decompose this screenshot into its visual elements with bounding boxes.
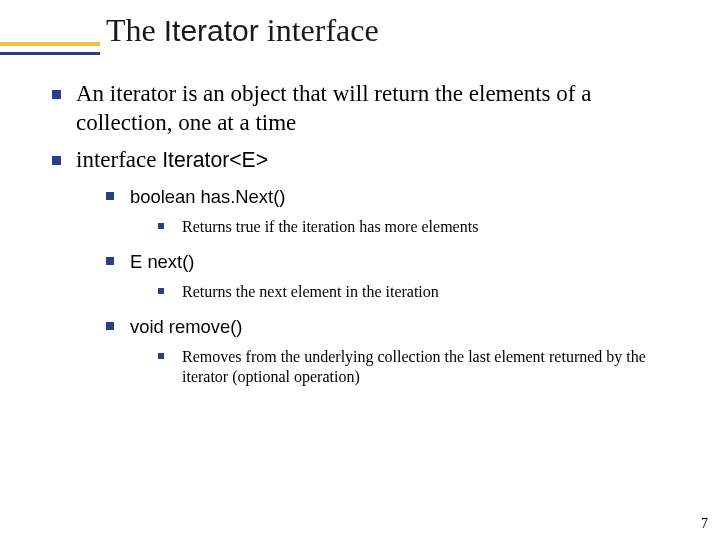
title-part2: interface xyxy=(259,12,379,48)
title-accent-bars xyxy=(0,42,100,55)
slide-title: The Iterator interface xyxy=(106,12,379,49)
method-hasnext-desc-text: Returns true if the iteration has more e… xyxy=(182,218,478,235)
method-hasnext-sig: boolean has.Next() xyxy=(130,186,285,207)
slide: The Iterator interface An iterator is an… xyxy=(0,0,720,540)
method-remove-desc: Removes from the underlying collection t… xyxy=(158,347,690,387)
method-next-desc-text: Returns the next element in the iteratio… xyxy=(182,283,439,300)
method-hasnext-desc: Returns true if the iteration has more e… xyxy=(158,217,690,237)
method-remove-sig: void remove() xyxy=(130,316,242,337)
method-hasnext: boolean has.Next() Returns true if the i… xyxy=(106,184,690,237)
method-next: E next() Returns the next element in the… xyxy=(106,249,690,302)
bullet-intro-text: An iterator is an object that will retur… xyxy=(76,81,591,135)
method-next-sig: E next() xyxy=(130,251,194,272)
method-remove-desc-text: Removes from the underlying collection t… xyxy=(182,348,646,385)
page-number: 7 xyxy=(701,516,708,532)
bullet-interface-pre: interface xyxy=(76,147,162,172)
title-part1: The xyxy=(106,12,164,48)
title-code: Iterator xyxy=(164,14,259,47)
bullet-interface: interface Iterator<E> boolean has.Next()… xyxy=(52,146,690,388)
accent-bar-blue xyxy=(0,52,100,55)
method-next-desc: Returns the next element in the iteratio… xyxy=(158,282,690,302)
method-remove: void remove() Removes from the underlyin… xyxy=(106,314,690,387)
slide-body: An iterator is an object that will retur… xyxy=(52,80,690,399)
bullet-interface-code: Iterator<E> xyxy=(162,148,268,171)
bullet-intro: An iterator is an object that will retur… xyxy=(52,80,690,138)
